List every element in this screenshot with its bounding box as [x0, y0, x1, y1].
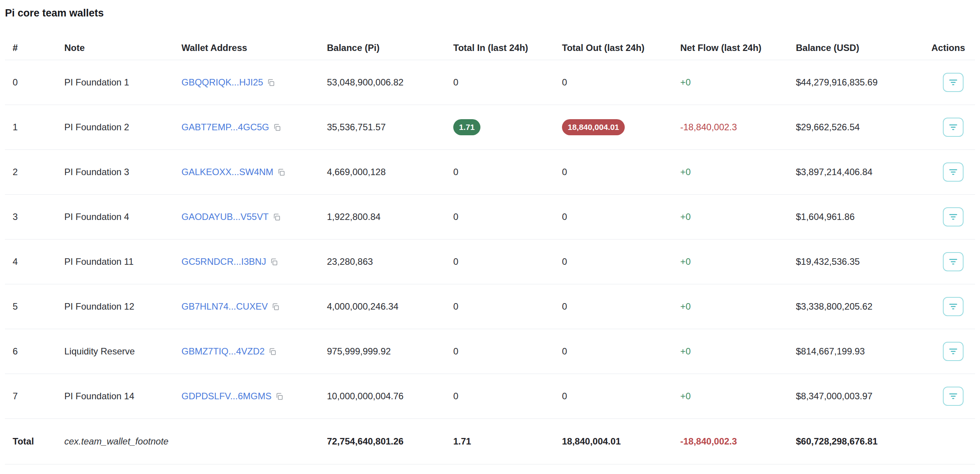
total-out-value: 0 [562, 77, 567, 87]
row-actions-button[interactable] [943, 387, 964, 406]
wallet-address: GBMZ7TIQ...4VZD2 [181, 346, 276, 357]
total-in-cell: 0 [446, 150, 554, 195]
row-note: PI Foundation 4 [57, 195, 174, 239]
actions-cell [924, 105, 975, 150]
balance-pi-value: 23,280,863 [327, 256, 373, 267]
net-flow-value: +0 [680, 391, 691, 401]
balance-usd-value: $3,338,800,205.62 [796, 301, 872, 312]
row-note: PI Foundation 1 [57, 60, 174, 105]
row-actions-button[interactable] [943, 207, 964, 226]
balance-pi-value: 10,000,000,004.76 [327, 391, 403, 401]
copy-icon[interactable] [268, 348, 276, 356]
filter-icon [948, 78, 958, 87]
wallet-address-link[interactable]: GDPDSLFV...6MGMS [181, 391, 271, 402]
total-in-value: 1.71 [453, 119, 480, 135]
total-out-cell: 0 [554, 329, 673, 374]
actions-cell [924, 329, 975, 374]
actions-cell [924, 150, 975, 195]
row-address-cell: GABT7EMP...4GC5G [174, 105, 319, 150]
balance-pi-value: 4,000,000,246.34 [327, 301, 399, 312]
row-actions-button[interactable] [943, 342, 964, 361]
balance-usd-value: $3,897,214,406.84 [796, 167, 872, 177]
col-header-actions: Actions [924, 37, 975, 60]
row-note: Liquidity Reserve [57, 329, 174, 374]
copy-icon[interactable] [270, 258, 278, 266]
actions-cell [924, 284, 975, 329]
col-header-net-flow: Net Flow (last 24h) [673, 37, 788, 60]
total-in-cell: 0 [446, 239, 554, 284]
copy-icon[interactable] [271, 303, 279, 311]
actions-cell [924, 195, 975, 239]
row-actions-button[interactable] [943, 118, 964, 137]
table-body: 0 PI Foundation 1 GBQQRIQK...HJI25 53,04… [5, 60, 975, 419]
total-out-cell: 0 [554, 195, 673, 239]
copy-icon[interactable] [273, 123, 281, 131]
wallet-address: GB7HLN74...CUXEV [181, 301, 279, 312]
balance-usd-value: $19,432,536.35 [796, 256, 860, 267]
table-row: 3 PI Foundation 4 GAODAYUB...V55VT 1,922… [5, 195, 975, 239]
total-in-value: 0 [453, 77, 458, 87]
row-index: 1 [5, 105, 57, 150]
row-index: 3 [5, 195, 57, 239]
total-out-cell: 0 [554, 239, 673, 284]
wallets-table: # Note Wallet Address Balance (Pi) Total… [5, 37, 975, 464]
net-flow-cell: +0 [673, 150, 788, 195]
row-actions-button[interactable] [943, 162, 964, 182]
row-address-cell: GC5RNDCR...I3BNJ [174, 239, 319, 284]
row-actions-button[interactable] [943, 252, 964, 271]
balance-pi-value: 1,922,800.84 [327, 212, 381, 222]
wallet-address-link[interactable]: GB7HLN74...CUXEV [181, 301, 268, 312]
row-note: PI Foundation 14 [57, 374, 174, 419]
total-net-flow: -18,840,002.3 [673, 419, 788, 464]
balance-pi-cell: 4,669,000,128 [319, 150, 446, 195]
col-header-index: # [5, 37, 57, 60]
wallet-address: GAODAYUB...V55VT [181, 212, 281, 222]
copy-icon[interactable] [277, 168, 285, 176]
balance-pi-value: 975,999,999.92 [327, 346, 391, 356]
row-actions-button[interactable] [943, 73, 964, 92]
total-in-value: 0 [453, 301, 458, 312]
total-footnote-cell: cex.team_wallet_footnote [57, 419, 319, 464]
row-index: 7 [5, 374, 57, 419]
net-flow-cell: +0 [673, 239, 788, 284]
wallet-address-link[interactable]: GAODAYUB...V55VT [181, 212, 269, 222]
row-index: 5 [5, 284, 57, 329]
net-flow-value: +0 [680, 212, 691, 222]
balance-pi-value: 35,536,751.57 [327, 122, 385, 132]
row-actions-button[interactable] [943, 297, 964, 316]
total-out-cell: 0 [554, 374, 673, 419]
col-header-balance-pi: Balance (Pi) [319, 37, 446, 60]
wallet-address-link[interactable]: GBQQRIQK...HJI25 [181, 77, 263, 88]
total-in-cell: 1.71 [446, 105, 554, 150]
copy-icon[interactable] [267, 79, 275, 87]
total-in-value: 0 [453, 212, 458, 222]
balance-usd-cell: $3,338,800,205.62 [788, 284, 924, 329]
total-out-value: 0 [562, 301, 567, 312]
copy-icon[interactable] [275, 392, 283, 400]
total-out-value: 0 [562, 212, 567, 222]
net-flow-cell: +0 [673, 374, 788, 419]
col-header-total-in: Total In (last 24h) [446, 37, 554, 60]
table-row: 4 PI Foundation 11 GC5RNDCR...I3BNJ 23,2… [5, 239, 975, 284]
balance-pi-cell: 23,280,863 [319, 239, 446, 284]
wallet-address: GDPDSLFV...6MGMS [181, 391, 283, 402]
wallet-address-link[interactable]: GC5RNDCR...I3BNJ [181, 256, 266, 267]
balance-usd-cell: $44,279,916,835.69 [788, 60, 924, 105]
balance-usd-cell: $19,432,536.35 [788, 239, 924, 284]
wallet-address: GALKEOXX...SW4NM [181, 167, 285, 177]
table-row: 6 Liquidity Reserve GBMZ7TIQ...4VZD2 975… [5, 329, 975, 374]
actions-cell [924, 60, 975, 105]
total-out-value: 0 [562, 346, 567, 356]
total-balance-pi: 72,754,640,801.26 [319, 419, 446, 464]
total-balance-usd: $60,728,298,676.81 [788, 419, 924, 464]
filter-icon [948, 167, 958, 177]
wallet-address-link[interactable]: GALKEOXX...SW4NM [181, 167, 273, 177]
wallet-address-link[interactable]: GBMZ7TIQ...4VZD2 [181, 346, 265, 357]
row-address-cell: GALKEOXX...SW4NM [174, 150, 319, 195]
filter-icon [948, 212, 958, 221]
copy-icon[interactable] [273, 213, 281, 221]
total-label: Total [5, 419, 57, 464]
total-total-out: 18,840,004.01 [554, 419, 673, 464]
wallet-address-link[interactable]: GABT7EMP...4GC5G [181, 122, 269, 133]
balance-usd-value: $29,662,526.54 [796, 122, 860, 132]
